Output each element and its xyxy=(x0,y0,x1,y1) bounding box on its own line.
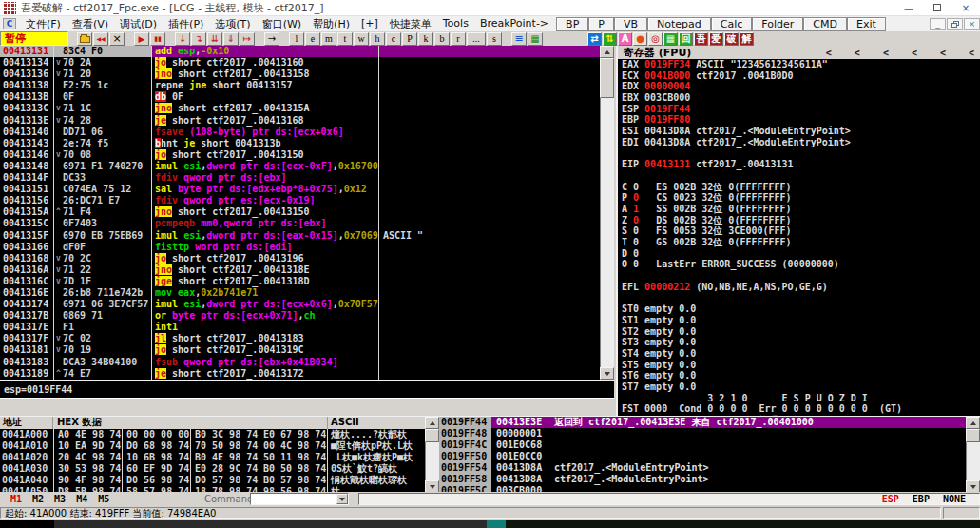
register-line[interactable]: D 0 xyxy=(622,248,980,260)
register-line[interactable]: ESP 0019FF44 xyxy=(622,104,980,115)
animate-into-button[interactable]: ⇊ xyxy=(207,32,222,46)
panel-shortcut-button-l[interactable]: l xyxy=(289,32,304,46)
register-line[interactable]: ST2 empty 0.0 xyxy=(622,326,980,338)
ai-button[interactable]: 爱 xyxy=(709,32,723,46)
disasm-row[interactable]: 00413168v70 2Cjo short ctf2017_.00413196 xyxy=(0,253,600,264)
register-line[interactable]: EIP 00413131 ctf2017_.00413131 xyxy=(622,159,980,170)
disasm-row[interactable]: 00413140DD71 06fsave (108-byte) ptr ds:[… xyxy=(0,127,600,138)
register-line[interactable]: EBX 003CB000 xyxy=(622,92,980,104)
register-line[interactable]: ECX 0041B0D0 ctf2017_.0041B0D0 xyxy=(622,70,980,82)
register-line[interactable]: EDX 00000004 xyxy=(622,81,980,92)
panel-shortcut-button-k[interactable]: k xyxy=(418,32,433,46)
stack-row[interactable]: 0019FF5800413D8Actf2017_.<ModuleEntryPoi… xyxy=(439,474,980,485)
register-line[interactable]: EDI 00413D8A ctf2017_.<ModuleEntryPoint> xyxy=(622,137,980,148)
child-window-icon[interactable]: C xyxy=(3,18,16,29)
register-line[interactable]: A 1 SS 002B 32位 0(FFFFFFFF) xyxy=(622,204,980,215)
disasm-row[interactable]: 0041317B0869 71or byte ptr ds:[ecx+0x71]… xyxy=(0,310,600,322)
register-line[interactable]: EBP 0019FF80 xyxy=(622,114,980,126)
jie-button[interactable]: 解 xyxy=(740,32,754,46)
disasm-row[interactable]: 0041315C0F7403pcmpeqb mm0,qword ptr ds:[… xyxy=(0,218,600,229)
menu-button-cmd[interactable]: CMD xyxy=(803,17,847,31)
register-line[interactable]: ST6 empty 0.0 xyxy=(622,370,980,381)
memory-tab-m2[interactable]: M2 xyxy=(32,494,44,504)
disasm-row[interactable]: 004131746971 06 3E7CF57imul esi,dword pt… xyxy=(0,299,600,310)
stack-row[interactable]: 0019FF5C003CB000 xyxy=(439,485,980,492)
disasm-row[interactable]: 00413151C074EA 75 12sal byte ptr ds:[edx… xyxy=(0,184,600,195)
disasm-row[interactable]: 0041316Cv7D 1Fjge short ctf2017_.0041318… xyxy=(0,276,600,287)
register-line[interactable]: C 0 ES 002B 32位 0(FFFFFFFF) xyxy=(622,182,980,193)
disasm-row[interactable]: 0041313183C4 F0add esp,-0x10 xyxy=(0,46,600,57)
menu-item-t[interactable]: 选项(T) xyxy=(209,17,256,31)
disasm-row[interactable]: 00413138F2:75 1crepne jne short 00413157 xyxy=(0,80,600,91)
register-line[interactable]: ESI 00413D8A ctf2017_.<ModuleEntryPoint> xyxy=(622,126,980,137)
scroll-up-icon[interactable] xyxy=(425,417,439,429)
chevron-down-icon[interactable] xyxy=(336,494,348,504)
scroll-thumb[interactable] xyxy=(425,429,439,442)
disasm-row[interactable]: 0041316Av71 22jno short ctf2017_.0041318… xyxy=(0,264,600,276)
disasm-row[interactable]: 00413134v70 2Ajo short ctf2017_.00413160 xyxy=(0,57,600,68)
panel-shortcut-button-h[interactable]: h xyxy=(370,32,385,46)
disasm-row[interactable]: 0041313Cv71 1Cjno short ctf2017_.0041315… xyxy=(0,103,600,114)
panel-shortcut-button-r[interactable]: r xyxy=(451,32,466,46)
register-line[interactable]: ST7 empty 0.0 xyxy=(622,381,980,393)
exit-plugin-button[interactable]: 回 xyxy=(679,32,693,46)
updown-plugin-button[interactable]: ⇅ xyxy=(603,32,617,46)
menu-button-p[interactable]: P xyxy=(588,17,614,31)
menu-item-w[interactable]: 窗口(W) xyxy=(257,17,307,31)
collapse-section-button[interactable]: < xyxy=(912,48,917,58)
disasm-row[interactable]: 00413146v70 08jo short ctf2017_.00413150 xyxy=(0,149,600,161)
go-back-button[interactable]: ◀◀ xyxy=(93,32,108,46)
menu-item-v[interactable]: 查看(V) xyxy=(67,17,114,31)
scroll-up-icon[interactable] xyxy=(600,46,614,58)
swap-plugin-button[interactable]: ⇄ xyxy=(587,32,602,46)
options-list-button[interactable]: ≡ xyxy=(511,32,527,46)
dump-row[interactable]: 0041A03030 53 98 7460 EF 9D 74E0 28 9C 7… xyxy=(0,463,439,475)
minimize-button[interactable]: — xyxy=(894,0,923,15)
menu-button-calc[interactable]: Calc xyxy=(711,17,753,31)
panel-shortcut-button-m[interactable]: m xyxy=(321,32,336,46)
step-over-button[interactable]: ↴ xyxy=(191,32,206,46)
step-into-button[interactable]: ↓ xyxy=(175,32,190,46)
panel-shortcut-button-more[interactable]: ... xyxy=(467,32,486,46)
panel-shortcut-button-w[interactable]: w xyxy=(354,32,369,46)
register-line[interactable]: EFL 00000212 (NO,NB,NE,A,NS,PO,GE,G) xyxy=(622,282,980,293)
menu-item-[interactable]: 快捷菜单 xyxy=(384,17,437,31)
collapse-section-button[interactable]: < xyxy=(969,48,974,58)
disasm-row[interactable]: 00413136v71 20jno short ctf2017_.0041315… xyxy=(0,68,600,80)
stack-row[interactable]: 0019FF50001E0CC0 xyxy=(439,451,980,462)
register-line[interactable]: FST 0000 Cond 0 0 0 0 Err 0 0 0 0 0 0 0 … xyxy=(622,403,980,415)
dump-scrollbar[interactable] xyxy=(425,417,439,492)
collapse-section-button[interactable]: < xyxy=(855,48,860,58)
run-button[interactable]: ▶ xyxy=(134,32,149,46)
dump-row[interactable]: 0041A01010 EA 9D 74D0 68 98 7470 50 98 7… xyxy=(0,440,439,452)
menu-button-notepad[interactable]: Notepad xyxy=(647,17,711,31)
appearance-button[interactable]: ▦ xyxy=(528,32,543,46)
disasm-scrollbar[interactable] xyxy=(600,46,614,380)
scroll-up-icon[interactable] xyxy=(966,417,980,429)
stack-row[interactable]: 0019FF4800000001 xyxy=(439,428,980,440)
command-input[interactable] xyxy=(250,493,349,505)
close-process-button[interactable]: × xyxy=(109,32,125,46)
panel-shortcut-button-t[interactable]: t xyxy=(337,32,353,46)
po-button[interactable]: 破 xyxy=(724,32,739,46)
mdi-restore-button[interactable] xyxy=(947,18,963,30)
stack-scrollbar[interactable] xyxy=(966,417,980,492)
mdi-minimize-button[interactable]: _ xyxy=(930,18,946,30)
menu-button-exit[interactable]: Exit xyxy=(847,17,886,31)
assemble-plugin-button[interactable]: A xyxy=(618,32,632,46)
disasm-row[interactable]: 0041314FDC33fdiv qword ptr ds:[ebx] xyxy=(0,172,600,184)
memory-tab-m5[interactable]: M5 xyxy=(98,494,109,504)
register-line[interactable]: ST0 empty 0.0 xyxy=(622,303,980,315)
disasm-row[interactable]: 00413183DCA3 34B04100fsub qword ptr ds:[… xyxy=(0,357,600,368)
disasm-row[interactable]: 0041315F6970 EB 75EB69imul esi,dword ptr… xyxy=(0,230,600,242)
disasm-row[interactable]: 004131486971 F1 740270imul esi,dword ptr… xyxy=(0,161,600,172)
quick-label-ebp[interactable]: EBP xyxy=(913,494,930,504)
menu-item-p[interactable]: 插件(P) xyxy=(163,17,209,31)
disasm-row[interactable]: 0041313Ev74 28je short ctf2017_.00413168 xyxy=(0,115,600,127)
disasm-row[interactable]: 0041317Fv7C 02jl short ctf2017_.00413183 xyxy=(0,333,600,344)
register-line[interactable]: Z 0 DS 002B 32位 0(FFFFFFFF) xyxy=(622,215,980,226)
register-line[interactable]: O 0 LastErr ERROR_SUCCESS (00000000) xyxy=(622,259,980,270)
wu-button[interactable]: 吾 xyxy=(694,32,708,46)
disasm-row[interactable]: 004131432e:74 f5bhnt je short 0041313b xyxy=(0,138,600,149)
collapse-section-button[interactable]: < xyxy=(940,48,946,58)
